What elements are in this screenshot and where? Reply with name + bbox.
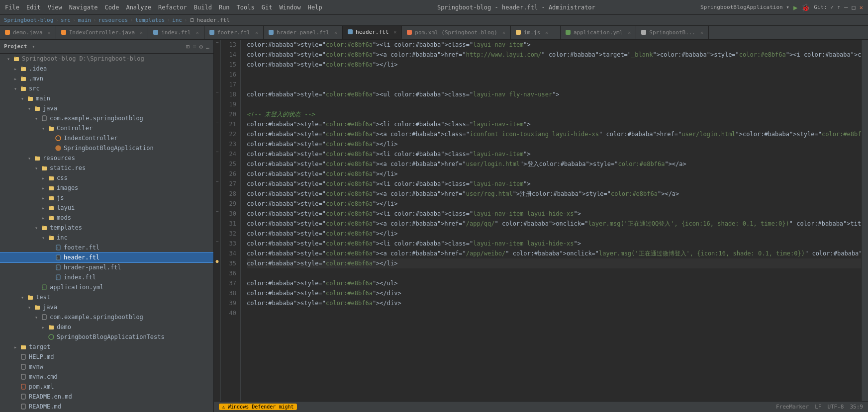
tree-item-css[interactable]: ▸css	[0, 173, 213, 183]
menu-file[interactable]: File	[5, 4, 19, 11]
menu-git[interactable]: Git	[262, 4, 273, 11]
menu-analyze[interactable]: Analyze	[126, 4, 151, 11]
tree-item-test[interactable]: ▾test	[0, 292, 213, 302]
tab-close-index-ftl[interactable]: ✕	[196, 30, 199, 35]
fold-gutter-37[interactable]	[214, 278, 220, 288]
tab-close-demo-java[interactable]: ✕	[48, 30, 51, 35]
tree-item-header-ftl[interactable]: Fheader.ftl	[0, 252, 213, 262]
tab-close-application-yml[interactable]: ✕	[628, 30, 631, 35]
fold-gutter-16[interactable]	[214, 70, 220, 80]
settings-icon[interactable]: …	[206, 43, 209, 50]
tree-item-springboot-app[interactable]: SpringbootBlogApplication	[0, 143, 213, 153]
tab-springboot-iml[interactable]: SpringbootB...✕	[636, 26, 709, 39]
tree-item-demo[interactable]: ▸demo	[0, 322, 213, 332]
close-button[interactable]: ✕	[860, 4, 863, 11]
tab-index-ftl[interactable]: index.ftl✕	[148, 26, 204, 39]
tab-hrader-panel[interactable]: hrader-panel.ftl✕	[264, 26, 343, 39]
fold-gutter-35[interactable]: ●	[214, 258, 220, 268]
tree-arrow-controller[interactable]: ▾	[41, 126, 46, 131]
fold-gutter-31[interactable]	[214, 219, 220, 229]
tree-item-main[interactable]: ▾main	[0, 93, 213, 103]
warning-badge[interactable]: ⚠ Windows Defender might	[219, 404, 297, 410]
tree-arrow-com-example[interactable]: ▾	[34, 116, 39, 121]
fold-gutter-29[interactable]	[214, 199, 220, 209]
tree-item-mvn[interactable]: ▸.mvn	[0, 74, 213, 83]
code-line-27[interactable]: color:#bababa">style="color:#e8bf6a"><li…	[247, 179, 861, 189]
code-line-24[interactable]: color:#bababa">style="color:#e8bf6a"><li…	[247, 149, 861, 159]
sort-icon[interactable]: ≡	[193, 43, 196, 50]
fold-gutter-40[interactable]	[214, 308, 220, 318]
fold-gutter-38[interactable]	[214, 288, 220, 298]
tab-close-index-controller[interactable]: ✕	[140, 30, 143, 35]
menu-help[interactable]: Help	[308, 4, 322, 11]
tree-arrow-layui[interactable]: ▸	[41, 205, 46, 211]
tab-close-im-js[interactable]: ✕	[545, 30, 548, 35]
tree-arrow-java[interactable]: ▾	[27, 106, 32, 111]
code-line-37[interactable]: color:#bababa">style="color:#e8bf6a"></u…	[247, 278, 861, 288]
tab-index-controller[interactable]: IndexController.java✕	[56, 26, 148, 39]
tab-close-springboot-iml[interactable]: ✕	[700, 30, 703, 35]
tab-close-header-ftl[interactable]: ✕	[393, 29, 396, 35]
menu-code[interactable]: Code	[105, 4, 119, 11]
code-line-38[interactable]: color:#bababa">style="color:#e8bf6a"></d…	[247, 288, 861, 298]
breadcrumb-project[interactable]: Springboot-blog	[4, 17, 53, 23]
code-line-35[interactable]: color:#bababa">style="color:#e8bf6a"></l…	[247, 258, 861, 268]
tree-item-target[interactable]: ▸target	[0, 342, 213, 352]
code-line-31[interactable]: color:#bababa">style="color:#e8bf6a"><a …	[247, 219, 861, 229]
code-line-32[interactable]: color:#bababa">style="color:#e8bf6a"></l…	[247, 229, 861, 239]
code-line-30[interactable]: color:#bababa">style="color:#e8bf6a"><li…	[247, 209, 861, 219]
code-line-21[interactable]: color:#bababa">style="color:#e8bf6a"><li…	[247, 119, 861, 129]
menu-window[interactable]: Window	[279, 4, 300, 11]
breadcrumb-main[interactable]: main	[78, 17, 91, 23]
code-content[interactable]: color:#bababa">style="color:#e8bf6a"><li…	[241, 40, 861, 412]
breadcrumb-resources[interactable]: resources	[98, 17, 128, 23]
run-button[interactable]: ▶	[793, 3, 797, 11]
tree-arrow-main[interactable]: ▾	[20, 96, 25, 101]
code-line-23[interactable]: color:#bababa">style="color:#e8bf6a"></l…	[247, 139, 861, 149]
fold-gutter-18[interactable]: −	[214, 89, 220, 99]
tree-item-images[interactable]: ▸images	[0, 183, 213, 193]
tree-item-footer-ftl[interactable]: Ffooter.ftl	[0, 243, 213, 252]
tree-arrow-resources[interactable]: ▾	[27, 156, 32, 161]
fold-gutter-13[interactable]: −	[214, 40, 220, 50]
menu-tools[interactable]: Tools	[237, 4, 255, 11]
code-line-28[interactable]: color:#bababa">style="color:#e8bf6a"><a …	[247, 189, 861, 199]
fold-gutter-22[interactable]	[214, 129, 220, 139]
tab-close-pom-xml[interactable]: ✕	[502, 30, 505, 35]
tab-demo-java[interactable]: demo.java✕	[0, 26, 56, 39]
menu-bar[interactable]: File Edit View Navigate Code Analyze Ref…	[5, 4, 322, 11]
fold-gutter-24[interactable]: −	[214, 149, 220, 159]
collapse-all-icon[interactable]: ⊞	[186, 43, 190, 50]
tree-item-js[interactable]: ▸js	[0, 193, 213, 203]
tree-item-mvnw-cmd[interactable]: mvnw.cmd	[0, 372, 213, 382]
fold-gutter-27[interactable]: −	[214, 179, 220, 189]
tree-arrow-test-java[interactable]: ▾	[27, 305, 32, 310]
tree-arrow-mvn[interactable]: ▸	[13, 76, 18, 82]
tree-arrow-src[interactable]: ▾	[13, 86, 18, 91]
maximize-button[interactable]: □	[852, 4, 856, 11]
tree-item-layui[interactable]: ▸layui	[0, 203, 213, 213]
chevron-down-icon[interactable]: ▾	[32, 44, 35, 49]
code-line-36[interactable]	[247, 268, 861, 278]
tree-arrow-target[interactable]: ▸	[13, 344, 18, 350]
tree-item-index-controller[interactable]: IndexController	[0, 133, 213, 143]
tree-arrow-templates[interactable]: ▾	[34, 225, 39, 231]
fold-gutter-15[interactable]	[214, 60, 220, 70]
code-line-29[interactable]: color:#bababa">style="color:#e8bf6a"></l…	[247, 199, 861, 209]
code-line-33[interactable]: color:#bababa">style="color:#e8bf6a"><li…	[247, 239, 861, 248]
tree-item-index-ftl[interactable]: Findex.ftl	[0, 272, 213, 282]
code-line-16[interactable]	[247, 70, 861, 80]
code-line-40[interactable]	[247, 308, 861, 318]
fold-gutter-14[interactable]	[214, 50, 220, 60]
code-line-13[interactable]: color:#bababa">style="color:#e8bf6a"><li…	[247, 40, 861, 50]
fold-gutter-34[interactable]	[214, 248, 220, 258]
menu-run[interactable]: Run	[219, 4, 230, 11]
tree-arrow-static-res[interactable]: ▾	[34, 165, 39, 171]
fold-gutter-17[interactable]	[214, 80, 220, 89]
code-line-39[interactable]: color:#bababa">style="color:#e8bf6a"></d…	[247, 298, 861, 308]
fold-gutter-20[interactable]	[214, 109, 220, 119]
fold-gutter-32[interactable]	[214, 229, 220, 239]
breadcrumb-inc[interactable]: inc	[172, 17, 182, 23]
fold-gutter-36[interactable]	[214, 268, 220, 278]
tree-item-mvnw[interactable]: mvnw	[0, 362, 213, 372]
